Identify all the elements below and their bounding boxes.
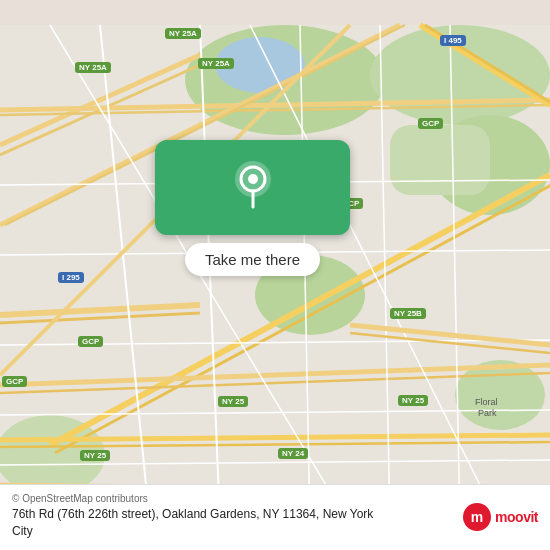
road-badge-ny25a-1: NY 25A [165,28,201,39]
moovit-logo: m moovit [463,503,538,531]
moovit-icon: m [463,503,491,531]
road-badge-ny25-2: NY 25 [398,395,428,406]
take-me-there-button[interactable]: Take me there [185,243,320,276]
road-badge-ny25a-2: NY 25A [75,62,111,73]
road-badge-gcp-1: GCP [418,118,443,129]
svg-text:Floral: Floral [475,397,498,407]
svg-rect-4 [390,125,490,195]
bottom-bar: © OpenStreetMap contributors 76th Rd (76… [0,484,550,550]
road-badge-ny25-1: NY 25 [218,396,248,407]
svg-point-45 [248,174,258,184]
copyright-text: © OpenStreetMap contributors [12,493,392,504]
location-pin-icon [233,161,273,215]
road-badge-ny25-3: NY 25 [80,450,110,461]
road-badge-gcp-3: GCP [78,336,103,347]
map-container: Floral Park NY 25A NY 25A NY 25A I 495 G… [0,0,550,550]
location-text: 76th Rd (76th 226th street), Oakland Gar… [12,506,392,540]
road-badge-ny25b: NY 25B [390,308,426,319]
road-badge-ny25a-3: NY 25A [198,58,234,69]
bottom-info: © OpenStreetMap contributors 76th Rd (76… [12,493,392,540]
road-badge-gcp-4: GCP [2,376,27,387]
svg-text:Park: Park [478,408,497,418]
moovit-brand-text: moovit [495,509,538,525]
svg-point-7 [455,360,545,430]
map-tooltip: Take me there [155,140,350,276]
road-badge-ny24: NY 24 [278,448,308,459]
map-highlight-box [155,140,350,235]
road-badge-i295: I 295 [58,272,84,283]
road-badge-i495: I 495 [440,35,466,46]
svg-text:m: m [471,509,483,525]
